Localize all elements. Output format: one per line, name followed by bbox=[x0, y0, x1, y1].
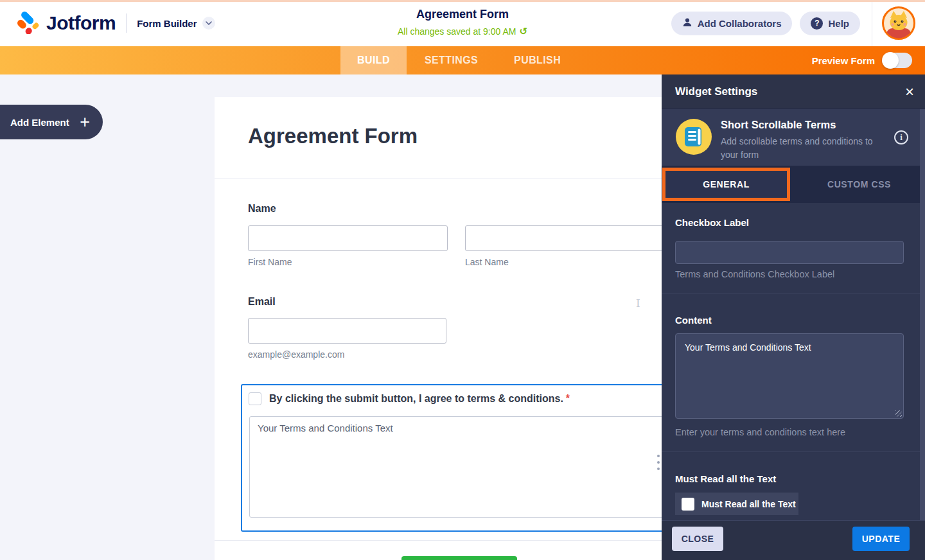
panel-title: Widget Settings bbox=[675, 85, 757, 98]
add-collaborators-button[interactable]: Add Collaborators bbox=[671, 12, 793, 35]
panel-scrollbar[interactable] bbox=[920, 109, 925, 520]
content-heading: Content bbox=[675, 315, 712, 326]
autosave-status: All changes saved at 9:00 AM ↺ bbox=[398, 26, 527, 37]
panel-tab-custom-css[interactable]: CUSTOM CSS bbox=[793, 166, 925, 203]
preview-form-control: Preview Form bbox=[812, 46, 912, 74]
product-switcher[interactable]: Form Builder bbox=[137, 17, 215, 30]
info-icon[interactable]: i bbox=[894, 130, 908, 144]
checkbox-label-input[interactable] bbox=[675, 241, 904, 264]
checkbox-label-hint: Terms and Conditions Checkbox Label bbox=[675, 269, 834, 279]
name-field-label[interactable]: Name bbox=[248, 203, 276, 214]
header-left: Jotform Form Builder bbox=[15, 0, 215, 46]
jotform-logo[interactable]: Jotform bbox=[15, 10, 116, 37]
close-icon[interactable]: × bbox=[905, 84, 914, 100]
last-name-sublabel: Last Name bbox=[465, 257, 509, 267]
avatar[interactable] bbox=[882, 6, 915, 40]
tab-build[interactable]: BUILD bbox=[340, 46, 407, 74]
agreement-label: By clicking the submit button, I agree t… bbox=[269, 393, 570, 405]
top-edge-strip bbox=[0, 0, 925, 2]
content-textarea[interactable]: Your Terms and Conditions Text bbox=[675, 333, 904, 419]
text-cursor-ibeam: I bbox=[636, 297, 640, 310]
panel-tab-general[interactable]: GENERAL bbox=[662, 168, 790, 201]
widget-settings-panel: Widget Settings × Short Scrollable Terms… bbox=[662, 74, 925, 560]
brand-name: Jotform bbox=[46, 12, 116, 34]
panel-divider-2 bbox=[662, 451, 925, 452]
revision-history-icon[interactable]: ↺ bbox=[519, 26, 527, 37]
form-canvas: Agreement Form Name First Name Last Name… bbox=[215, 97, 681, 560]
widget-drag-handle[interactable] bbox=[657, 455, 660, 470]
agreement-label-text: By clicking the submit button, I agree t… bbox=[269, 393, 563, 404]
panel-header: Widget Settings × bbox=[662, 74, 925, 109]
widget-info-row: Short Scrollable Terms Add scrollable te… bbox=[662, 109, 925, 166]
add-element-label: Add Element bbox=[10, 117, 69, 128]
form-builder-screen: Jotform Form Builder Agreement Form All … bbox=[0, 0, 925, 560]
last-name-input[interactable] bbox=[465, 225, 681, 251]
jotform-logo-icon bbox=[15, 10, 40, 37]
chevron-down-icon bbox=[202, 17, 215, 30]
help-button[interactable]: ? Help bbox=[800, 12, 860, 35]
builder-main: Add Element + Agreement Form Name First … bbox=[0, 74, 925, 560]
panel-tab-row: GENERAL CUSTOM CSS bbox=[662, 166, 925, 203]
question-mark-icon: ? bbox=[811, 17, 823, 30]
widget-description: Add scrollable terms and conditions to y… bbox=[721, 135, 884, 162]
submit-button-partial[interactable] bbox=[401, 556, 517, 560]
terms-widget-selected[interactable]: By clicking the submit button, I agree t… bbox=[241, 384, 683, 532]
plus-icon: + bbox=[80, 114, 90, 131]
must-read-row: Must Read all the Text bbox=[675, 493, 798, 515]
autosave-text: All changes saved at 9:00 AM bbox=[398, 26, 516, 37]
email-input[interactable] bbox=[248, 318, 446, 344]
person-icon bbox=[682, 17, 692, 30]
tab-publish[interactable]: PUBLISH bbox=[496, 46, 579, 74]
widget-name: Short Scrollable Terms bbox=[721, 119, 836, 131]
app-header: Jotform Form Builder Agreement Form All … bbox=[0, 0, 925, 46]
close-button[interactable]: CLOSE bbox=[672, 527, 723, 551]
update-button[interactable]: UPDATE bbox=[852, 527, 910, 551]
product-name: Form Builder bbox=[137, 18, 197, 29]
terms-scroll-box[interactable]: Your Terms and Conditions Text bbox=[249, 416, 676, 518]
header-divider bbox=[126, 13, 127, 33]
heading-divider bbox=[215, 178, 681, 179]
header-right: Add Collaborators ? Help bbox=[671, 0, 925, 46]
email-sublabel: example@example.com bbox=[248, 349, 344, 360]
form-title[interactable]: Agreement Form bbox=[398, 8, 527, 21]
add-collaborators-label: Add Collaborators bbox=[698, 18, 782, 29]
agreement-checkbox[interactable] bbox=[249, 392, 261, 405]
email-field-label[interactable]: Email bbox=[248, 296, 276, 308]
must-read-checkbox[interactable] bbox=[682, 498, 694, 511]
panel-divider-1 bbox=[662, 293, 925, 294]
add-element-button[interactable]: Add Element + bbox=[0, 105, 103, 139]
avatar-zone bbox=[872, 0, 925, 46]
help-label: Help bbox=[828, 18, 849, 29]
must-read-heading: Must Read all the Text bbox=[675, 473, 776, 484]
checkbox-label-heading: Checkbox Label bbox=[675, 217, 749, 228]
submit-divider bbox=[215, 540, 681, 541]
tab-settings[interactable]: SETTINGS bbox=[407, 46, 496, 74]
builder-nav-bar: BUILD SETTINGS PUBLISH Preview Form bbox=[0, 46, 925, 74]
toggle-knob bbox=[882, 52, 899, 69]
preview-form-label: Preview Form bbox=[812, 55, 875, 66]
must-read-checkbox-label: Must Read all the Text bbox=[701, 499, 796, 509]
preview-form-toggle[interactable] bbox=[883, 53, 912, 68]
header-center: Agreement Form All changes saved at 9:00… bbox=[398, 8, 527, 37]
first-name-sublabel: First Name bbox=[248, 257, 292, 267]
canvas-form-heading[interactable]: Agreement Form bbox=[248, 124, 418, 148]
builder-tabs: BUILD SETTINGS PUBLISH bbox=[340, 46, 579, 74]
textarea-resize-grip[interactable] bbox=[895, 410, 902, 417]
first-name-input[interactable] bbox=[248, 225, 448, 251]
required-asterisk: * bbox=[566, 393, 570, 404]
content-hint: Enter your terms and conditions text her… bbox=[675, 427, 845, 437]
panel-footer: CLOSE UPDATE bbox=[662, 520, 925, 560]
scrollable-terms-widget-icon bbox=[676, 119, 712, 157]
